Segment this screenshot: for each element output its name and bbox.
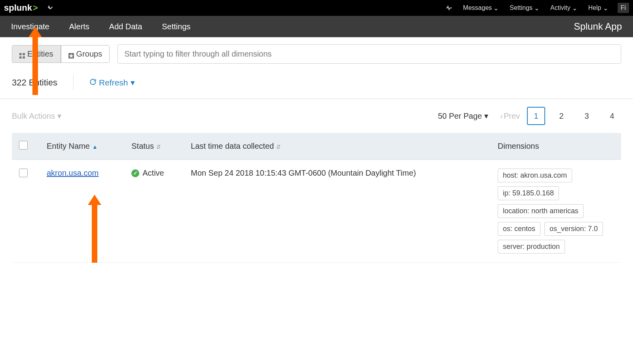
nav-investigate[interactable]: Investigate <box>11 22 49 31</box>
table-header-row: Entity Name▲ Status⇵ Last time data coll… <box>12 133 621 160</box>
nav-settings[interactable]: Settings <box>162 22 190 31</box>
topbar-help[interactable]: Help⌄ <box>588 4 608 12</box>
chevron-down-icon: ⌄ <box>493 4 498 12</box>
view-segment: Entities Groups <box>12 45 110 63</box>
dimension-tags: host: akron.usa.com ip: 59.185.0.168 loc… <box>498 169 614 254</box>
divider <box>73 75 74 91</box>
svg-rect-1 <box>23 53 25 55</box>
dimension-tag[interactable]: location: north americas <box>498 204 584 218</box>
chevron-left-icon: ‹ <box>500 112 503 121</box>
logo-text: splunk <box>4 3 32 13</box>
entity-name-link[interactable]: akron.usa.com <box>47 169 99 177</box>
select-all-checkbox[interactable] <box>19 141 28 150</box>
count-row: 322 Entities Refresh ▾ <box>0 71 633 99</box>
top-system-bar: splunk> Messages⌄ Settings⌄ Activity⌄ He… <box>0 0 633 16</box>
app-switcher-icon[interactable] <box>47 5 53 11</box>
refresh-label: Refresh <box>99 78 128 87</box>
status-cell: ✓Active <box>131 169 176 178</box>
chevron-down-icon: ⌄ <box>603 4 608 12</box>
sort-asc-icon: ▲ <box>92 144 98 150</box>
tab-entities[interactable]: Entities <box>12 45 61 63</box>
page-3[interactable]: 3 <box>578 107 596 125</box>
dimension-tag[interactable]: ip: 59.185.0.168 <box>498 186 559 200</box>
chevron-down-icon: ⌄ <box>534 4 539 12</box>
tab-groups-label: Groups <box>76 49 102 59</box>
topbar-find[interactable]: Fi <box>618 3 629 13</box>
dimension-tag[interactable]: server: production <box>498 240 565 254</box>
per-page-dropdown[interactable]: 50 Per Page ▾ <box>438 111 488 121</box>
status-active-icon: ✓ <box>131 169 139 177</box>
svg-rect-0 <box>19 53 22 55</box>
col-last-time[interactable]: Last time data collected⇵ <box>184 133 491 160</box>
logo-caret-icon: > <box>33 3 38 13</box>
star-icon <box>68 51 74 57</box>
topbar-activity[interactable]: Activity⌄ <box>550 4 577 12</box>
grid-icon <box>19 51 25 57</box>
app-title: Splunk App <box>574 21 622 32</box>
page-4[interactable]: 4 <box>603 107 621 125</box>
page-1[interactable]: 1 <box>527 107 545 125</box>
dimension-tag[interactable]: host: akron.usa.com <box>498 169 572 182</box>
nav-alerts[interactable]: Alerts <box>69 22 89 31</box>
svg-rect-3 <box>23 56 25 59</box>
dimension-tag[interactable]: os: centos <box>498 222 540 236</box>
topbar-messages[interactable]: Messages⌄ <box>463 4 498 12</box>
refresh-icon <box>89 78 97 87</box>
table-row: akron.usa.com ✓Active Mon Sep 24 2018 10… <box>12 160 621 263</box>
bulk-actions-dropdown[interactable]: Bulk Actions ▾ <box>12 111 61 121</box>
page-prev[interactable]: ‹Prev <box>500 112 520 121</box>
pagination: ‹Prev 1 2 3 4 <box>500 107 621 125</box>
tab-entities-label: Entities <box>27 49 53 59</box>
refresh-button[interactable]: Refresh ▾ <box>89 78 135 87</box>
entities-table: Entity Name▲ Status⇵ Last time data coll… <box>12 133 621 263</box>
activity-pulse-icon[interactable] <box>446 5 452 11</box>
caret-down-icon: ▾ <box>484 111 488 121</box>
status-text: Active <box>142 169 164 178</box>
page-2[interactable]: 2 <box>552 107 570 125</box>
last-time-cell: Mon Sep 24 2018 10:15:43 GMT-0600 (Mount… <box>184 160 491 263</box>
sort-icon: ⇵ <box>276 144 281 150</box>
tab-groups[interactable]: Groups <box>61 45 110 63</box>
row-checkbox[interactable] <box>19 169 28 177</box>
col-entity-name[interactable]: Entity Name▲ <box>40 133 124 160</box>
chevron-down-icon: ⌄ <box>572 4 577 12</box>
sort-icon: ⇵ <box>156 144 161 150</box>
caret-down-icon: ▾ <box>131 78 135 87</box>
col-status[interactable]: Status⇵ <box>124 133 184 160</box>
topbar-settings[interactable]: Settings⌄ <box>510 4 539 12</box>
dimension-tag[interactable]: os_version: 7.0 <box>544 222 603 236</box>
nav-add-data[interactable]: Add Data <box>109 22 142 31</box>
splunk-logo: splunk> <box>4 3 38 13</box>
toolbar: Entities Groups <box>0 37 633 71</box>
app-nav-bar: Investigate Alerts Add Data Settings Spl… <box>0 16 633 37</box>
svg-rect-2 <box>19 56 22 59</box>
col-dimensions: Dimensions <box>491 133 621 160</box>
entities-count: 322 Entities <box>12 78 57 88</box>
caret-down-icon: ▾ <box>57 111 61 121</box>
list-controls: Bulk Actions ▾ 50 Per Page ▾ ‹Prev 1 2 3… <box>0 99 633 133</box>
dimension-filter-input[interactable] <box>118 44 621 64</box>
